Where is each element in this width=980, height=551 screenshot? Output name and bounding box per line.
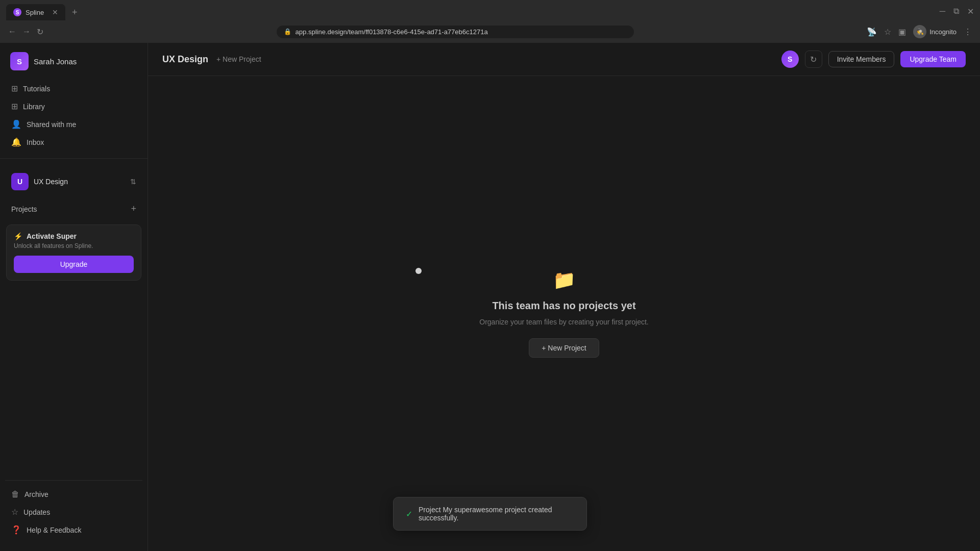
team-name: UX Design (34, 178, 125, 186)
refresh-button[interactable]: ↻ (37, 27, 43, 37)
tab-bar: S Spline ✕ + ─ ⧉ ✕ (0, 0, 980, 20)
active-tab[interactable]: S Spline ✕ (6, 4, 65, 20)
bottom-nav: 🗑 Archive ☆ Updates ❓ Help & Feedback (0, 471, 148, 543)
incognito-label: Incognito (929, 28, 957, 36)
shared-icon: 👤 (11, 119, 21, 129)
top-bar-right: S ↻ Invite Members Upgrade Team (781, 51, 966, 68)
help-label: Help & Feedback (27, 526, 81, 534)
inbox-label: Inbox (27, 138, 44, 146)
sidebar-item-help[interactable]: ❓ Help & Feedback (5, 521, 142, 539)
user-header[interactable]: S Sarah Jonas (0, 43, 148, 78)
restore-icon[interactable]: ⧉ (953, 7, 959, 16)
address-bar[interactable]: 🔒 app.spline.design/team/ff013878-c6e6-4… (277, 26, 634, 38)
folder-icon-large: 📁 (553, 269, 576, 291)
chevron-icon: ⇅ (130, 178, 136, 186)
toolbar-right: 📡 ☆ ▣ 🕵 Incognito ⋮ (867, 25, 972, 38)
team-header[interactable]: U UX Design ⇅ (5, 169, 142, 194)
sidebar-item-library[interactable]: ⊞ Library (5, 97, 142, 115)
sidebar-item-updates[interactable]: ☆ Updates (5, 503, 142, 521)
url-text: app.spline.design/team/ff013878-c6e6-415… (296, 28, 488, 36)
empty-description: Organize your team files by creating you… (479, 318, 648, 326)
empty-title: This team has no projects yet (492, 300, 635, 312)
projects-header: Projects + (5, 201, 142, 217)
tutorials-label: Tutorials (23, 85, 50, 93)
updates-label: Updates (23, 508, 50, 516)
incognito-button[interactable]: 🕵 Incognito (913, 25, 957, 38)
tab-close-button[interactable]: ✕ (52, 8, 58, 16)
updates-icon: ☆ (11, 507, 18, 517)
empty-state: 📁 This team has no projects yet Organize… (148, 76, 980, 551)
projects-label: Projects (11, 205, 37, 213)
team-section: U UX Design ⇅ (0, 164, 148, 197)
window-controls: ─ ⧉ ✕ (940, 7, 974, 18)
activate-description: Unlock all features on Spline. (14, 242, 134, 249)
nav-section: ⊞ Tutorials ⊞ Library 👤 Shared with me 🔔… (0, 78, 148, 153)
tab-favicon: S (13, 8, 21, 16)
activate-super-card: ⚡ Activate Super Unlock all features on … (6, 224, 141, 281)
sidebar-item-archive[interactable]: 🗑 Archive (5, 486, 142, 503)
browser-chrome: S Spline ✕ + ─ ⧉ ✕ ← → ↻ 🔒 app.spline.de… (0, 0, 980, 43)
archive-label: Archive (24, 490, 48, 498)
menu-icon[interactable]: ⋮ (964, 27, 972, 37)
close-icon[interactable]: ✕ (967, 7, 974, 16)
user-name: Sarah Jonas (34, 57, 77, 66)
team-avatar: U (11, 173, 29, 190)
sidebar-item-inbox[interactable]: 🔔 Inbox (5, 133, 142, 151)
lightning-icon: ⚡ (14, 232, 22, 240)
toast-check-icon: ✓ (406, 509, 412, 519)
new-tab-button[interactable]: + (67, 5, 82, 19)
minimize-icon[interactable]: ─ (940, 7, 945, 16)
library-label: Library (23, 103, 45, 111)
activate-title: ⚡ Activate Super (14, 232, 134, 240)
activate-title-text: Activate Super (27, 232, 77, 240)
lock-icon: 🔒 (284, 28, 291, 35)
new-project-button[interactable]: + New Project (529, 338, 599, 358)
add-project-button[interactable]: + (131, 204, 136, 214)
sidebar-item-shared[interactable]: 👤 Shared with me (5, 115, 142, 133)
archive-icon: 🗑 (11, 490, 19, 499)
projects-section: Projects + (0, 197, 148, 220)
divider-1 (0, 158, 148, 159)
forward-button[interactable]: → (22, 27, 31, 36)
help-icon: ❓ (11, 525, 21, 535)
sidebar-toggle-icon[interactable]: ▣ (898, 27, 906, 37)
incognito-avatar: 🕵 (913, 25, 926, 38)
main-content: UX Design + New Project S ↻ Invite Membe… (148, 43, 980, 551)
toast-notification: ✓ Project My superawesome project create… (393, 497, 587, 531)
tab-title: Spline (26, 9, 44, 16)
top-bar: UX Design + New Project S ↻ Invite Membe… (148, 43, 980, 76)
divider-2 (5, 480, 142, 481)
refresh-icon-button[interactable]: ↻ (805, 51, 822, 68)
upgrade-button[interactable]: Upgrade (14, 256, 134, 273)
user-avatar-header[interactable]: S (781, 51, 799, 68)
library-icon: ⊞ (11, 102, 18, 111)
sidebar-item-tutorials[interactable]: ⊞ Tutorials (5, 80, 142, 97)
page-title: UX Design (162, 54, 208, 65)
sidebar: S Sarah Jonas ⊞ Tutorials ⊞ Library 👤 Sh… (0, 43, 148, 551)
back-button[interactable]: ← (8, 27, 16, 36)
tutorials-icon: ⊞ (11, 84, 18, 93)
shared-label: Shared with me (27, 120, 76, 129)
header-new-project-link[interactable]: + New Project (216, 55, 261, 63)
bookmark-icon[interactable]: ☆ (884, 27, 891, 37)
upgrade-team-button[interactable]: Upgrade Team (900, 51, 966, 67)
inbox-icon: 🔔 (11, 137, 21, 147)
toast-message: Project My superawesome project createds… (419, 506, 552, 522)
cast-icon[interactable]: 📡 (867, 27, 877, 37)
app-container: S Sarah Jonas ⊞ Tutorials ⊞ Library 👤 Sh… (0, 43, 980, 551)
address-bar-row: ← → ↻ 🔒 app.spline.design/team/ff013878-… (0, 20, 980, 43)
invite-members-button[interactable]: Invite Members (828, 51, 895, 67)
user-avatar: S (10, 52, 29, 70)
